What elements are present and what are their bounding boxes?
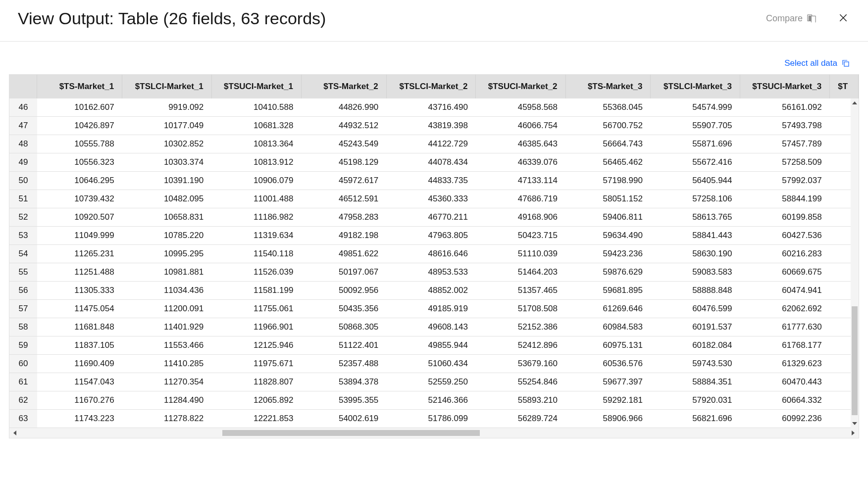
table-row[interactable]: 4810555.78810302.85210813.36445243.54944… <box>9 135 859 153</box>
select-all-button[interactable]: Select all data <box>784 58 850 68</box>
cell: 60199.858 <box>740 208 830 227</box>
cell: 60664.332 <box>740 391 830 410</box>
scroll-up-arrow-icon[interactable] <box>852 101 857 104</box>
cell: 49168.906 <box>476 208 565 227</box>
cell: 58844.199 <box>740 190 830 208</box>
cell: 12221.853 <box>211 410 301 428</box>
table-row[interactable]: 6311743.22311278.82212221.85354002.61951… <box>9 410 859 428</box>
column-header[interactable]: $T <box>830 75 859 98</box>
cell: 10906.079 <box>211 172 301 190</box>
cell: 11186.982 <box>211 208 301 227</box>
cell: 10920.507 <box>37 208 122 227</box>
table-row[interactable]: 5811681.84811401.92911966.90150868.30549… <box>9 318 859 336</box>
cell: 49185.919 <box>386 300 476 318</box>
column-header[interactable]: $TSLCI-Market_3 <box>651 75 740 98</box>
vertical-scroll-thumb[interactable] <box>852 306 858 415</box>
column-header[interactable]: $TSLCI-Market_1 <box>122 75 212 98</box>
cell: 59876.629 <box>565 263 651 282</box>
header-actions: Compare <box>766 11 850 26</box>
scroll-left-arrow-icon[interactable] <box>13 430 16 435</box>
cell: 46066.754 <box>476 117 565 135</box>
table-row[interactable]: 5010646.29510391.19010906.07945972.61744… <box>9 172 859 190</box>
row-number: 53 <box>9 227 37 245</box>
column-header[interactable]: $TSUCI-Market_2 <box>476 75 565 98</box>
cell: 60536.576 <box>565 355 651 373</box>
cell: 50092.956 <box>301 282 386 300</box>
cell: 55907.705 <box>651 117 740 135</box>
table-row[interactable]: 5110739.43210482.09511001.48846512.59145… <box>9 190 859 208</box>
cell: 10681.328 <box>211 117 301 135</box>
cell: 57258.509 <box>740 153 830 172</box>
cell: 55893.210 <box>476 391 565 410</box>
cell: 47133.114 <box>476 172 565 190</box>
close-button[interactable] <box>836 11 850 26</box>
cell: 11690.409 <box>37 355 122 373</box>
table-row[interactable]: 5911837.10511553.46612125.94651122.40149… <box>9 336 859 355</box>
table-row[interactable]: 5210920.50710658.83111186.98247958.28346… <box>9 208 859 227</box>
cell: 50868.305 <box>301 318 386 336</box>
dialog-header: View Output: Table (26 fields, 63 record… <box>0 0 868 42</box>
cell: 60474.941 <box>740 282 830 300</box>
column-header[interactable]: $TSLCI-Market_2 <box>386 75 476 98</box>
cell: 58884.351 <box>651 373 740 391</box>
cell: 51708.508 <box>476 300 565 318</box>
table-row[interactable]: 5311049.99910785.22011319.63449182.19847… <box>9 227 859 245</box>
cell: 49851.622 <box>301 245 386 263</box>
cell: 59634.490 <box>565 227 651 245</box>
vertical-scrollbar[interactable] <box>851 98 859 428</box>
cell: 57992.037 <box>740 172 830 190</box>
compare-button[interactable]: Compare <box>766 13 817 24</box>
cell: 47963.805 <box>386 227 476 245</box>
row-number-header <box>9 75 37 98</box>
cell: 11410.285 <box>122 355 212 373</box>
cell: 60216.283 <box>740 245 830 263</box>
cell: 10426.897 <box>37 117 122 135</box>
column-header[interactable]: $TSUCI-Market_3 <box>740 75 830 98</box>
table-scroll-x[interactable]: $TS-Market_1$TSLCI-Market_1$TSUCI-Market… <box>9 75 859 428</box>
column-header[interactable]: $TS-Market_1 <box>37 75 122 98</box>
cell: 45972.617 <box>301 172 386 190</box>
cell: 10981.881 <box>122 263 212 282</box>
horizontal-scrollbar[interactable] <box>9 428 859 438</box>
row-number: 60 <box>9 355 37 373</box>
table-row[interactable]: 4710426.89710177.04910681.32844932.51243… <box>9 117 859 135</box>
table-row[interactable]: 4910556.32310303.37410813.91245198.12944… <box>9 153 859 172</box>
table-row[interactable]: 4610162.6079919.09210410.58844826.990437… <box>9 98 859 117</box>
cell: 62062.692 <box>740 300 830 318</box>
cell: 52559.250 <box>386 373 476 391</box>
table-row[interactable]: 6111547.04311270.35411828.80753894.37852… <box>9 373 859 391</box>
cell: 58888.848 <box>651 282 740 300</box>
column-header[interactable]: $TS-Market_3 <box>565 75 651 98</box>
cell: 59681.895 <box>565 282 651 300</box>
horizontal-scroll-thumb[interactable] <box>222 430 480 436</box>
table-row[interactable]: 5711475.05411200.09111755.06150435.35649… <box>9 300 859 318</box>
cell: 45198.129 <box>301 153 386 172</box>
cell: 53894.378 <box>301 373 386 391</box>
table-row[interactable]: 5411265.23110995.29511540.11849851.62248… <box>9 245 859 263</box>
cell: 50435.356 <box>301 300 386 318</box>
cell: 10162.607 <box>37 98 122 117</box>
cell: 51122.401 <box>301 336 386 355</box>
cell: 10646.295 <box>37 172 122 190</box>
cell: 46770.211 <box>386 208 476 227</box>
row-number: 52 <box>9 208 37 227</box>
cell: 56405.944 <box>651 172 740 190</box>
cell: 10177.049 <box>122 117 212 135</box>
column-header[interactable]: $TSUCI-Market_1 <box>211 75 301 98</box>
row-number: 46 <box>9 98 37 117</box>
cell: 11581.199 <box>211 282 301 300</box>
table-row[interactable]: 6011690.40911410.28511975.67152357.48851… <box>9 355 859 373</box>
scroll-right-arrow-icon[interactable] <box>852 430 855 435</box>
table-row[interactable]: 6211670.27611284.49012065.89253995.35552… <box>9 391 859 410</box>
cell: 10813.912 <box>211 153 301 172</box>
table-row[interactable]: 5611305.33311034.43611581.19950092.95648… <box>9 282 859 300</box>
column-header[interactable]: $TS-Market_2 <box>301 75 386 98</box>
cell: 10303.374 <box>122 153 212 172</box>
cell: 61269.646 <box>565 300 651 318</box>
cell: 52152.386 <box>476 318 565 336</box>
cell: 58613.765 <box>651 208 740 227</box>
cell: 60992.236 <box>740 410 830 428</box>
table-row[interactable]: 5511251.48810981.88111526.03950197.06748… <box>9 263 859 282</box>
scroll-down-arrow-icon[interactable] <box>852 422 857 425</box>
cell: 61777.630 <box>740 318 830 336</box>
